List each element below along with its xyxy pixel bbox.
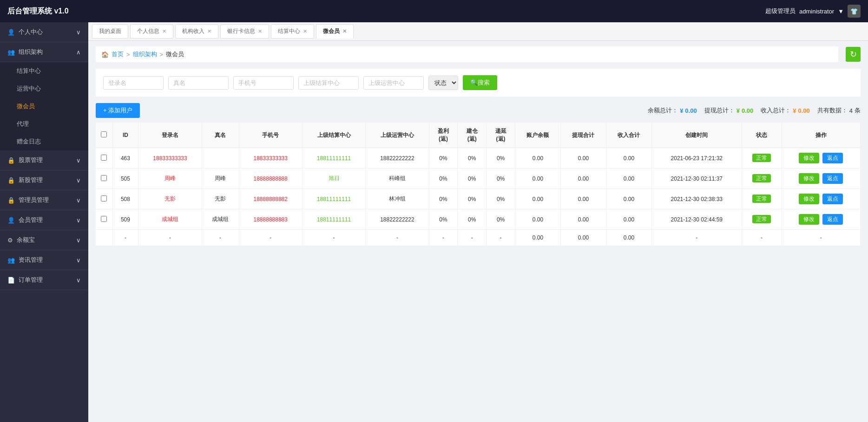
td-parent-operation-0: 18822222222	[366, 148, 429, 169]
tab-org-income[interactable]: 机构收入 ✕	[175, 24, 218, 39]
login-name-input[interactable]	[103, 76, 164, 90]
td-id-4: -	[112, 230, 138, 246]
breadcrumb-current: 微会员	[166, 50, 184, 58]
td-checkbox-2[interactable]	[96, 189, 112, 209]
th-checkbox	[96, 123, 112, 148]
refresh-button[interactable]: ↻	[846, 47, 861, 62]
tab-personal-info[interactable]: 个人信息 ✕	[130, 24, 173, 39]
sidebar-item-new-stock[interactable]: 🔒 新股管理 ∨	[0, 170, 88, 190]
td-checkbox-0[interactable]	[96, 148, 112, 169]
td-status-3: 正常	[742, 209, 782, 230]
tab-org-income-close[interactable]: ✕	[207, 28, 211, 34]
tab-bank-info[interactable]: 银行卡信息 ✕	[220, 24, 269, 39]
tab-micro-member-close[interactable]: ✕	[342, 28, 347, 34]
tab-settlement[interactable]: 结算中心 ✕	[271, 24, 314, 39]
user-dropdown-arrow[interactable]: ▼	[838, 8, 844, 15]
edit-button-3[interactable]: 修改	[799, 214, 819, 225]
phone-input[interactable]	[233, 76, 294, 90]
breadcrumb-home[interactable]: 首页	[112, 50, 124, 58]
sidebar-label-personal: 个人中心	[19, 28, 43, 36]
total-unit: 条	[855, 106, 861, 115]
sidebar-item-agent[interactable]: 代理	[0, 115, 88, 133]
row-checkbox-2[interactable]	[101, 195, 107, 201]
status-select[interactable]: 状态 正常 禁用	[428, 76, 458, 90]
tab-micro-member-label: 微会员	[323, 27, 340, 35]
chevron-member: ∨	[76, 217, 81, 224]
return-button-1[interactable]: 返点	[822, 173, 843, 184]
filter-row: 状态 正常 禁用 🔍搜索	[96, 69, 861, 97]
tab-my-desk-label: 我的桌面	[99, 27, 121, 35]
sidebar-item-member-mgmt[interactable]: 👤 会员管理 ∨	[0, 210, 88, 230]
td-login-3: 成城组	[138, 209, 202, 230]
td-balance-3: 0.00	[515, 209, 560, 230]
td-real-3: 成城组	[202, 209, 239, 230]
sidebar-item-settlement[interactable]: 结算中心	[0, 62, 88, 80]
td-real-1: 周峰	[202, 169, 239, 189]
td-phone-0: 18833333333	[239, 148, 302, 169]
tab-my-desk[interactable]: 我的桌面	[92, 24, 128, 39]
td-action-0: 修改 返点	[782, 148, 860, 169]
income-value: 0.00	[798, 107, 809, 114]
tab-micro-member[interactable]: 微会员 ✕	[316, 24, 354, 39]
breadcrumb-org[interactable]: 组织架构	[133, 50, 157, 58]
td-build-4: -	[458, 230, 487, 246]
sidebar-item-order-mgmt[interactable]: 📄 订单管理 ∨	[0, 270, 88, 290]
th-action: 操作	[782, 123, 860, 148]
td-created-1: 2021-12-30 02:11:37	[651, 169, 742, 189]
td-login-4: -	[138, 230, 202, 246]
tab-settlement-close[interactable]: ✕	[303, 28, 307, 34]
td-defer-4: -	[487, 230, 515, 246]
chevron-balance: ∨	[76, 237, 81, 244]
td-build-1: 0%	[458, 169, 487, 189]
td-balance-4: 0.00	[515, 230, 560, 246]
income-currency: ¥	[793, 107, 796, 114]
chevron-new-stock: ∨	[76, 177, 81, 184]
sidebar-item-org[interactable]: 👥 组织架构 ∧	[0, 42, 88, 62]
add-user-button[interactable]: + 添加用户	[96, 103, 140, 118]
parent-operation-input[interactable]	[363, 76, 424, 90]
select-all-checkbox[interactable]	[101, 131, 107, 137]
return-button-3[interactable]: 返点	[822, 214, 843, 225]
th-status: 状态	[742, 123, 782, 148]
sidebar-item-operation[interactable]: 运营中心	[0, 80, 88, 97]
table-row: 463 18833333333 18833333333 18811111111 …	[96, 148, 861, 169]
td-profit-2: 0%	[429, 189, 458, 209]
tab-bank-info-close[interactable]: ✕	[258, 28, 262, 34]
row-checkbox-1[interactable]	[101, 175, 107, 181]
stock-icon: 🔒	[7, 157, 15, 164]
search-button[interactable]: 🔍搜索	[463, 75, 497, 90]
tab-personal-info-close[interactable]: ✕	[162, 28, 166, 34]
sidebar-item-balance-treasure[interactable]: ⚙ 余额宝 ∨	[0, 230, 88, 250]
top-header: 后台管理系统 v1.0 超级管理员 administrator ▼ 👕	[0, 0, 868, 22]
td-id-0: 463	[112, 148, 138, 169]
sidebar-item-personal[interactable]: 👤 个人中心 ∨	[0, 22, 88, 42]
return-button-2[interactable]: 返点	[822, 194, 843, 204]
td-checkbox-1[interactable]	[96, 169, 112, 189]
chevron-stock: ∨	[76, 157, 81, 164]
edit-button-2[interactable]: 修改	[799, 194, 819, 204]
parent-settlement-input[interactable]	[298, 76, 359, 90]
order-icon: 📄	[7, 277, 15, 284]
sidebar-item-admin-mgmt[interactable]: 🔒 管理员管理 ∨	[0, 190, 88, 210]
td-defer-3: 0%	[487, 209, 515, 230]
td-withdraw-0: 0.00	[560, 148, 606, 169]
edit-button-0[interactable]: 修改	[799, 153, 819, 163]
sidebar-item-stock-mgmt[interactable]: 🔒 股票管理 ∨	[0, 150, 88, 170]
status-badge-3: 正常	[752, 215, 771, 223]
td-withdraw-3: 0.00	[560, 209, 606, 230]
tabs-bar: 我的桌面 个人信息 ✕ 机构收入 ✕ 银行卡信息 ✕ 结算中心 ✕ 微会员 ✕	[88, 22, 868, 41]
td-withdraw-4: 0.00	[560, 230, 606, 246]
home-icon: 🏠	[101, 51, 109, 58]
sidebar-item-bonus-log[interactable]: 赠金日志	[0, 133, 88, 150]
row-checkbox-3[interactable]	[101, 216, 107, 222]
return-button-0[interactable]: 返点	[822, 153, 843, 163]
edit-button-1[interactable]: 修改	[799, 173, 819, 184]
row-checkbox-0[interactable]	[101, 155, 107, 161]
withdraw-value: 0.00	[742, 107, 753, 114]
sidebar-item-info-mgmt[interactable]: 👥 资讯管理 ∨	[0, 250, 88, 270]
td-created-3: 2021-12-30 02:44:59	[651, 209, 742, 230]
td-checkbox-3[interactable]	[96, 209, 112, 230]
real-name-input[interactable]	[168, 76, 229, 90]
sidebar-item-micro-member[interactable]: 微会员	[0, 97, 88, 115]
td-checkbox-4	[96, 230, 112, 246]
